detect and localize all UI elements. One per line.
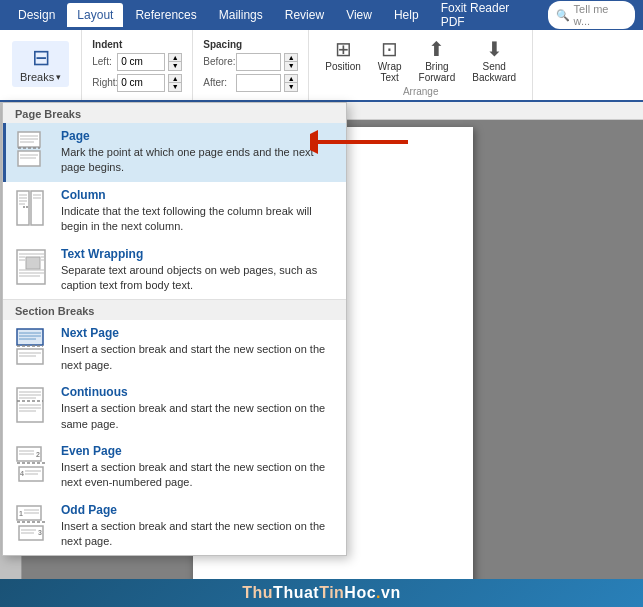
menu-item-text-wrapping[interactable]: Text Wrapping Separate text around objec… [3, 241, 346, 300]
breaks-button[interactable]: ⊟ Breaks ▾ [12, 41, 69, 87]
even-page-item-text: Even Page Insert a section break and sta… [61, 444, 336, 491]
column-icon [13, 188, 51, 230]
svg-text:4: 4 [20, 470, 24, 477]
odd-page-item-title: Odd Page [61, 503, 336, 517]
spacing-before-spinner[interactable]: ▲ ▼ [284, 53, 298, 71]
position-button[interactable]: ⊞ Position [319, 34, 367, 75]
menu-item-page[interactable]: Page Mark the point at which one page en… [3, 123, 346, 182]
text-wrapping-item-text: Text Wrapping Separate text around objec… [61, 247, 336, 294]
red-arrow [310, 127, 410, 160]
column-item-text: Column Indicate that the text following … [61, 188, 336, 235]
section-breaks-header: Section Breaks [3, 299, 346, 320]
page-breaks-header: Page Breaks [3, 103, 346, 123]
continuous-icon [13, 385, 51, 427]
spacing-before-input[interactable]: 12 pt [236, 53, 281, 71]
column-item-title: Column [61, 188, 336, 202]
odd-page-icon: 1 3 [13, 503, 51, 545]
text-wrapping-icon [13, 247, 51, 289]
spacing-after-spinner[interactable]: ▲ ▼ [284, 74, 298, 92]
indent-group-header: Indent [92, 39, 182, 50]
next-page-item-title: Next Page [61, 326, 336, 340]
bring-forward-button[interactable]: ⬆ Bring Forward [413, 34, 462, 86]
indent-left-spinner[interactable]: ▲ ▼ [168, 53, 182, 71]
wrap-text-label: Wrap Text [378, 61, 402, 83]
text-wrapping-item-title: Text Wrapping [61, 247, 336, 261]
page-item-title: Page [61, 129, 336, 143]
indent-right-spinner[interactable]: ▲ ▼ [168, 74, 182, 92]
indent-left-input[interactable] [117, 53, 165, 71]
indent-right-label: Right: [92, 77, 114, 88]
odd-page-item-text: Odd Page Insert a section break and star… [61, 503, 336, 550]
arrange-group-label: Arrange [403, 86, 439, 100]
continuous-item-description: Insert a section break and start the new… [61, 401, 336, 432]
tab-references[interactable]: References [125, 3, 206, 27]
svg-rect-14 [31, 191, 43, 225]
tab-help[interactable]: Help [384, 3, 429, 27]
svg-text:3: 3 [38, 529, 42, 536]
page-icon [13, 129, 51, 171]
svg-rect-8 [17, 191, 29, 225]
next-page-item-text: Next Page Insert a section break and sta… [61, 326, 336, 373]
breaks-dropdown: Page Breaks Page Mark the point at which… [2, 102, 347, 556]
send-backward-label: Send Backward [472, 61, 516, 83]
next-page-icon [13, 326, 51, 368]
watermark-bar: ThuThuatTinHoc.vn [0, 579, 643, 607]
bring-forward-label: Bring Forward [419, 61, 456, 83]
svg-text:1: 1 [19, 510, 23, 517]
breaks-icon: ⊟ [32, 45, 50, 71]
tab-layout[interactable]: Layout [67, 3, 123, 27]
tab-review[interactable]: Review [275, 3, 334, 27]
next-page-item-description: Insert a section break and start the new… [61, 342, 336, 373]
text-wrapping-item-description: Separate text around objects on web page… [61, 263, 336, 294]
tab-foxit[interactable]: Foxit Reader PDF [431, 0, 546, 34]
menu-item-continuous[interactable]: Continuous Insert a section break and st… [3, 379, 346, 438]
menu-item-next-page[interactable]: Next Page Insert a section break and sta… [3, 320, 346, 379]
breaks-label: Breaks [20, 71, 54, 83]
search-label: Tell me w... [574, 3, 627, 27]
menu-item-even-page[interactable]: 2 4 Even Page Insert a section break and… [3, 438, 346, 497]
even-page-icon: 2 4 [13, 444, 51, 486]
indent-left-label: Left: [92, 56, 114, 67]
dropdown-arrow-icon: ▾ [56, 72, 61, 82]
page-item-text: Page Mark the point at which one page en… [61, 129, 336, 176]
svg-rect-18 [26, 257, 40, 269]
search-icon: 🔍 [556, 9, 570, 22]
indent-right-input[interactable] [117, 74, 165, 92]
menu-item-column[interactable]: Column Indicate that the text following … [3, 182, 346, 241]
position-icon: ⊞ [335, 37, 352, 61]
wrap-icon: ⊡ [381, 37, 398, 61]
bring-forward-icon: ⬆ [428, 37, 445, 61]
svg-text:2: 2 [36, 451, 40, 458]
tab-mailings[interactable]: Mailings [209, 3, 273, 27]
spacing-group-header: Spacing [203, 39, 298, 50]
position-label: Position [325, 61, 361, 72]
send-backward-button[interactable]: ⬇ Send Backward [466, 34, 522, 86]
even-page-item-description: Insert a section break and start the new… [61, 460, 336, 491]
menu-item-odd-page[interactable]: 1 3 Odd Page Insert a section break and … [3, 497, 346, 556]
continuous-item-text: Continuous Insert a section break and st… [61, 385, 336, 432]
continuous-item-title: Continuous [61, 385, 336, 399]
spacing-before-label: Before: [203, 56, 233, 67]
odd-page-item-description: Insert a section break and start the new… [61, 519, 336, 550]
tab-view[interactable]: View [336, 3, 382, 27]
page-item-description: Mark the point at which one page ends an… [61, 145, 336, 176]
even-page-item-title: Even Page [61, 444, 336, 458]
column-item-description: Indicate that the text following the col… [61, 204, 336, 235]
send-backward-icon: ⬇ [486, 37, 503, 61]
search-box[interactable]: 🔍 Tell me w... [548, 1, 635, 29]
spacing-after-label: After: [203, 77, 233, 88]
svg-rect-27 [17, 329, 43, 345]
wrap-text-button[interactable]: ⊡ Wrap Text [372, 34, 408, 86]
tab-design[interactable]: Design [8, 3, 65, 27]
spacing-after-input[interactable]: 3 pt [236, 74, 281, 92]
